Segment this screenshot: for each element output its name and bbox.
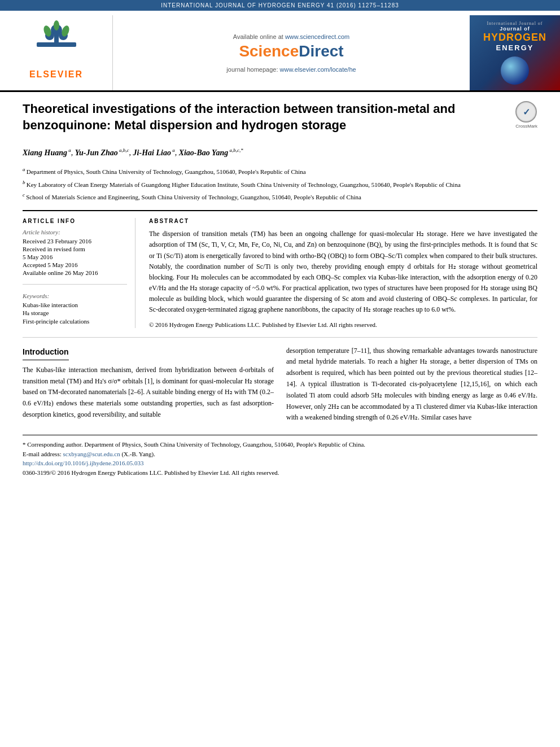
author-2-name: Yu-Jun Zhao [75, 148, 118, 157]
article-history: Article history: Received 23 February 20… [23, 229, 127, 276]
keyword-1: Kubas-like interaction [23, 302, 127, 308]
elsevier-logo-area: ELSEVIER [0, 15, 113, 90]
intro-right-text: desorption temperature [7–11], thus show… [286, 346, 537, 424]
journal-badge-line2: Journal of [500, 26, 530, 32]
intro-left-text: The Kubas-like interaction mechanism, de… [23, 365, 274, 421]
corresponding-author-note: * Corresponding author. Department of Ph… [23, 440, 537, 449]
crossmark-badge-icon: ✓ [515, 101, 537, 123]
affiliation-c: c School of Materials Science and Engine… [23, 191, 537, 202]
email-note: E-mail address: scxbyang@scut.edu.cn (X.… [23, 449, 537, 459]
body-two-col: Introduction The Kubas-like interaction … [23, 346, 537, 424]
accepted-date: Accepted 5 May 2016 [23, 261, 127, 268]
journal-header-text: INTERNATIONAL JOURNAL OF HYDROGEN ENERGY… [161, 2, 399, 8]
footnote-area: * Corresponding author. Department of Ph… [23, 435, 537, 477]
elsevier-logo-icon [34, 20, 79, 65]
journal-badge-hydrogen: HYDROGEN [483, 32, 546, 43]
sciencedirect-url[interactable]: www.sciencedirect.com [285, 33, 349, 40]
received-revised-date: 5 May 2016 [23, 254, 127, 260]
sphere-graphic-icon [501, 56, 529, 85]
author-3-name: Ji-Hai Liao [133, 148, 171, 157]
crossmark-area: ✓ CrossMark [515, 101, 537, 129]
abstract-text: The dispersion of transition metals (TM)… [149, 229, 537, 316]
svg-point-7 [54, 20, 59, 30]
article-history-label: Article history: [23, 229, 127, 235]
article-info-panel: ARTICLE INFO Article history: Received 2… [23, 218, 135, 328]
affiliations-list: a Department of Physics, South China Uni… [23, 165, 537, 202]
journal-header-bar: INTERNATIONAL JOURNAL OF HYDROGEN ENERGY… [0, 0, 560, 11]
author-3-sup: a [171, 148, 175, 154]
available-online-text: Available online at www.sciencedirect.co… [233, 33, 349, 40]
journal-badge-area: International Journal of Journal of HYDR… [470, 15, 560, 90]
sciencedirect-area: Available online at www.sciencedirect.co… [113, 15, 470, 90]
journal-badge: International Journal of Journal of HYDR… [483, 21, 546, 85]
introduction-heading: Introduction [23, 346, 69, 360]
doi-link[interactable]: http://dx.doi.org/10.1016/j.ijhydene.201… [23, 460, 144, 466]
abstract-copyright: © 2016 Hydrogen Energy Publications LLC.… [149, 321, 537, 328]
author-4-name: Xiao-Bao Yang [179, 148, 229, 157]
issn-text: 0360-3199/© 2016 Hydrogen Energy Publica… [23, 468, 537, 478]
keywords-section: Keywords: Kubas-like interaction H₂ stor… [23, 292, 127, 325]
body-right-col: desorption temperature [7–11], thus show… [286, 346, 537, 424]
author-1-sup: a [67, 148, 71, 154]
journal-badge-energy: ENERGY [496, 43, 534, 52]
abstract-panel: ABSTRACT The dispersion of transition me… [147, 218, 537, 328]
divider-1 [23, 284, 127, 285]
keywords-label: Keywords: [23, 292, 127, 299]
body-left-col: Introduction The Kubas-like interaction … [23, 346, 274, 424]
divider-2 [23, 337, 537, 338]
received-date: Received 23 February 2016 [23, 238, 127, 244]
author-4-sup: a,b,c,* [228, 148, 243, 154]
article-info-abstract-area: ARTICLE INFO Article history: Received 2… [23, 210, 537, 328]
keyword-2: H₂ storage [23, 309, 127, 317]
article-main: Theoretical investigations of the intera… [0, 92, 560, 486]
journal-homepage-text: journal homepage: www.elsevier.com/locat… [226, 66, 356, 73]
crossmark-label: CrossMark [515, 124, 537, 129]
introduction-section: Introduction The Kubas-like interaction … [23, 337, 537, 424]
sciencedirect-logo: ScienceDirect [239, 42, 343, 60]
doi-link-area: http://dx.doi.org/10.1016/j.ijhydene.201… [23, 458, 537, 468]
article-info-heading: ARTICLE INFO [23, 218, 127, 224]
authors-list: Xiang Huang a, Yu-Jun Zhao a,b,c, Ji-Hai… [23, 146, 537, 160]
received-revised-label: Received in revised form [23, 246, 127, 252]
header-area: ELSEVIER Available online at www.science… [0, 11, 560, 92]
article-title: Theoretical investigations of the intera… [23, 101, 509, 133]
affiliation-a: a Department of Physics, South China Uni… [23, 165, 537, 177]
author-2-sup: a,b,c [118, 148, 129, 154]
email-link[interactable]: scxbyang@scut.edu.cn [63, 451, 120, 457]
title-area: Theoretical investigations of the intera… [23, 101, 537, 140]
available-online-date: Available online 26 May 2016 [23, 269, 127, 276]
journal-badge-line1: International Journal of [487, 21, 542, 26]
keyword-3: First-principle calculations [23, 318, 127, 325]
journal-homepage-url[interactable]: www.elsevier.com/locate/he [280, 66, 356, 73]
abstract-heading: ABSTRACT [149, 218, 537, 224]
author-1-name: Xiang Huang [23, 148, 67, 157]
elsevier-brand-label: ELSEVIER [29, 69, 83, 80]
affiliation-b: b Key Laboratory of Clean Energy Materia… [23, 178, 537, 190]
